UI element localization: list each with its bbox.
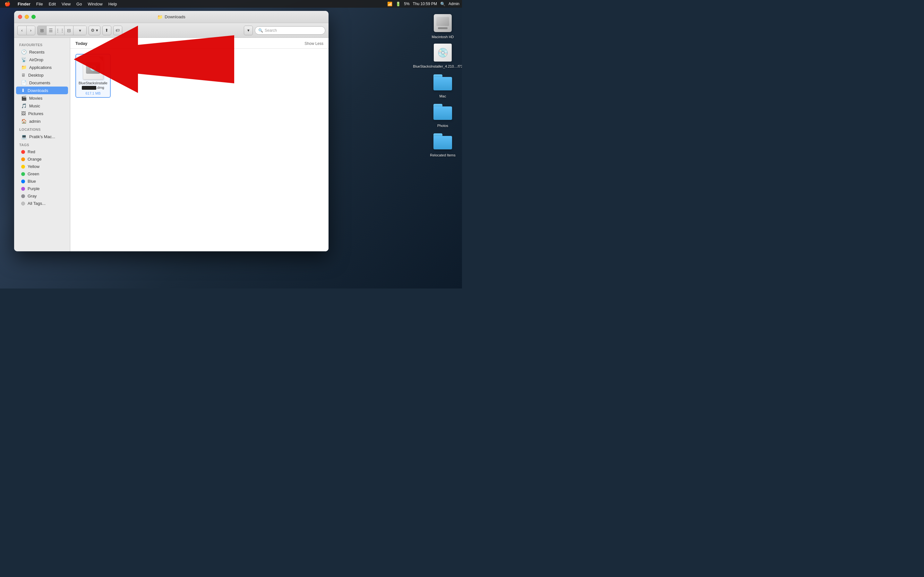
admin-label: admin [29,119,40,124]
sidebar: Favourites 🕐 Recents 📡 AirDrop 📁 Applica… [14,38,70,251]
desktop-icon-photos[interactable]: Photos [430,102,456,128]
purple-label: Purple [27,186,40,191]
list-view-button[interactable]: ☰ [47,26,55,35]
relocated-folder-shape [433,133,452,149]
hd-icon-label: Macintosh HD [431,35,454,39]
tag-button[interactable]: 🏷 [113,26,122,35]
finder-content: Favourites 🕐 Recents 📡 AirDrop 📁 Applica… [14,38,328,251]
sidebar-tag-gray[interactable]: Gray [16,192,68,200]
sidebar-tag-orange[interactable]: Orange [16,155,68,163]
close-button[interactable] [18,15,22,19]
desktop-icon-area: Macintosh HD 💿 BlueStacksInstaller_4.210… [430,13,456,157]
recents-icon: 🕐 [21,49,27,55]
admin-icon: 🏠 [21,119,27,124]
mac-folder-label: Mac [439,94,446,98]
sidebar-tag-yellow[interactable]: Yellow [16,163,68,170]
sidebar-tag-purple[interactable]: Purple [16,185,68,192]
purple-dot [21,187,25,191]
file-bluestacks[interactable]: 💿 BlueStacksInstalle.dmg 617.1 MB [75,54,111,98]
sidebar-item-applications[interactable]: 📁 Applications [16,63,68,71]
search-box[interactable]: 🔍 Search [255,26,325,35]
file-name-redacted [82,86,96,90]
column-view-button[interactable]: ⋮⋮ [55,26,65,35]
view-dropdown[interactable]: ▾ [244,26,253,35]
search-placeholder: Search [265,28,277,33]
green-label: Green [27,171,39,176]
tags-header: Tags [14,140,70,148]
toolbar: ‹ › ⊞ ☰ ⋮⋮ ⊟ ▾ ⚙ ▾ ⬆ 🏷 ▾ 🔍 Search [14,23,328,38]
hd-icon-shape [434,14,452,32]
share-button[interactable]: ⬆ [102,26,111,35]
movies-icon: 🎬 [21,95,27,101]
sidebar-item-downloads[interactable]: ⬇ Downloads [16,87,68,94]
favourites-header: Favourites [14,40,70,48]
sidebar-tag-green[interactable]: Green [16,170,68,177]
recents-label: Recents [29,50,45,55]
sidebar-item-admin[interactable]: 🏠 admin [16,117,68,125]
green-dot [21,172,25,176]
downloads-label: Downloads [27,88,48,93]
menu-view[interactable]: View [59,1,73,7]
menu-window[interactable]: Window [85,1,105,7]
sidebar-tag-blue[interactable]: Blue [16,177,68,185]
file-name-prefix: BlueStacksInstalle [79,81,107,85]
sidebar-item-mac[interactable]: 💻 Pratik's Mac... [16,133,68,140]
music-label: Music [29,103,40,108]
orange-dot [21,157,25,161]
menu-go[interactable]: Go [74,1,84,7]
dmg-desktop-icon-wrapper: 💿 [433,42,453,63]
locations-header: Locations [14,125,70,133]
desktop-icon-mac[interactable]: Mac [430,72,456,98]
airdrop-label: AirDrop [29,57,43,62]
gray-dot [21,194,25,198]
movies-label: Movies [29,96,42,101]
hd-icon [433,13,453,33]
photos-folder-label: Photos [437,123,448,128]
search-icon: 🔍 [258,28,263,33]
section-header: Today Show Less [70,38,328,49]
desktop-icon-hd[interactable]: Macintosh HD [430,13,456,39]
sidebar-item-documents[interactable]: 📄 Documents [16,79,68,87]
section-label: Today [75,41,87,46]
minimize-button[interactable] [25,15,29,19]
all-tags-dot [21,201,25,205]
files-grid: 💿 BlueStacksInstalle.dmg 617.1 MB [70,49,328,103]
sidebar-item-music[interactable]: 🎵 Music [16,102,68,110]
downloads-icon: ⬇ [21,88,25,93]
pictures-label: Pictures [28,111,43,116]
maximize-button[interactable] [31,15,36,19]
sidebar-tag-red[interactable]: Red [16,148,68,155]
sidebar-item-movies[interactable]: 🎬 Movies [16,94,68,102]
applications-label: Applications [29,65,52,70]
yellow-label: Yellow [27,164,39,169]
menu-file[interactable]: File [34,1,45,7]
icon-view-button[interactable]: ⊞ [37,26,47,35]
gallery-view-button[interactable]: ⊟ [65,26,73,35]
mac-icon: 💻 [21,134,27,139]
desktop-icon-dmg[interactable]: 💿 BlueStacksInstaller_4.210....f735.dmg [430,42,456,69]
mac-folder-shape [433,74,452,90]
action-button[interactable]: ⚙ ▾ [89,26,100,35]
menu-edit[interactable]: Edit [46,1,58,7]
music-icon: 🎵 [21,103,27,108]
user-name: Admin [449,2,459,6]
file-icon-wrapper: 💿 [81,56,105,79]
desktop-icon-relocated[interactable]: Relocated Items [430,131,456,157]
dmg-desktop-shape: 💿 [434,44,452,61]
sidebar-item-desktop[interactable]: 🖥 Desktop [16,71,68,79]
back-button[interactable]: ‹ [17,26,26,35]
sidebar-tag-all[interactable]: All Tags... [16,200,68,207]
sidebar-item-pictures[interactable]: 🖼 Pictures [16,110,68,117]
desktop-icon-sidebar: 🖥 [21,73,26,77]
sidebar-item-airdrop[interactable]: 📡 AirDrop [16,56,68,63]
sidebar-item-recents[interactable]: 🕐 Recents [16,48,68,56]
forward-button[interactable]: › [26,26,35,35]
menu-finder[interactable]: Finder [15,1,33,7]
show-less-button[interactable]: Show Less [304,41,323,46]
documents-icon: 📄 [21,80,27,85]
spotlight-icon[interactable]: 🔍 [440,2,445,6]
view-options-button[interactable]: ▾ [73,26,86,35]
disk-symbol: 💿 [89,64,97,71]
menu-help[interactable]: Help [106,1,120,7]
apple-menu[interactable]: 🍎 [3,1,13,7]
